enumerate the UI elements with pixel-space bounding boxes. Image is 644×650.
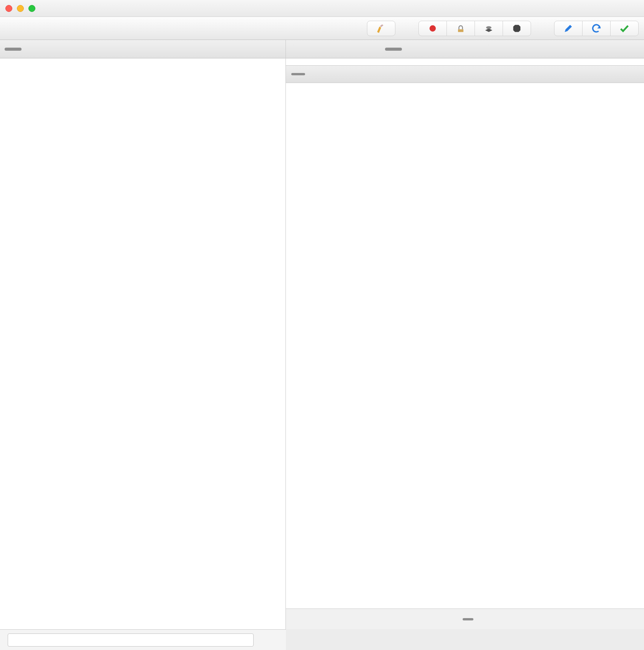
record-button[interactable] <box>418 21 447 36</box>
filter-bar <box>0 629 286 650</box>
left-tabbar <box>0 40 285 58</box>
view-json-text[interactable] <box>463 618 473 620</box>
view-text[interactable] <box>327 618 338 620</box>
svg-point-0 <box>430 25 436 31</box>
response-view-tabs <box>286 609 644 629</box>
window-controls <box>5 5 35 12</box>
left-panel <box>0 40 286 629</box>
right-panel <box>286 40 644 629</box>
subtab-query-string[interactable] <box>317 73 331 75</box>
view-r[interactable] <box>496 618 507 620</box>
request-headers <box>286 58 644 65</box>
throttle-button[interactable] <box>446 21 475 36</box>
view-javascript[interactable] <box>395 618 406 620</box>
subtab-raw[interactable] <box>370 73 383 75</box>
tab-chart[interactable] <box>528 48 545 51</box>
subtab-cookies[interactable] <box>344 73 357 75</box>
svg-point-2 <box>486 26 491 29</box>
svg-marker-3 <box>513 25 521 32</box>
response-body[interactable] <box>286 83 644 609</box>
edit-button[interactable] <box>554 21 583 36</box>
request-subtabs <box>286 65 644 83</box>
minimize-icon[interactable] <box>17 5 24 12</box>
tab-overview[interactable] <box>313 48 330 51</box>
session-tree[interactable] <box>0 58 285 629</box>
subtab-headers[interactable] <box>291 73 305 75</box>
breakpoints-button[interactable] <box>475 21 503 36</box>
view-headers[interactable] <box>294 618 304 620</box>
tab-contents[interactable] <box>385 48 402 51</box>
toolbar <box>0 17 644 40</box>
close-icon[interactable] <box>5 5 12 12</box>
repeat-button[interactable] <box>582 21 611 36</box>
svg-rect-1 <box>458 29 463 32</box>
filter-input[interactable] <box>8 633 254 647</box>
tab-notes[interactable] <box>600 48 617 51</box>
titlebar <box>0 0 644 17</box>
validate-button[interactable] <box>610 21 639 36</box>
tab-sequence[interactable] <box>22 48 38 51</box>
view-json[interactable] <box>429 618 440 620</box>
tab-summary[interactable] <box>456 48 473 51</box>
right-tabbar <box>286 40 644 58</box>
tab-structure[interactable] <box>5 48 22 51</box>
stop-button[interactable] <box>503 21 531 36</box>
zoom-icon[interactable] <box>28 5 35 12</box>
clear-button[interactable] <box>367 21 395 36</box>
view-hex[interactable] <box>361 618 372 620</box>
